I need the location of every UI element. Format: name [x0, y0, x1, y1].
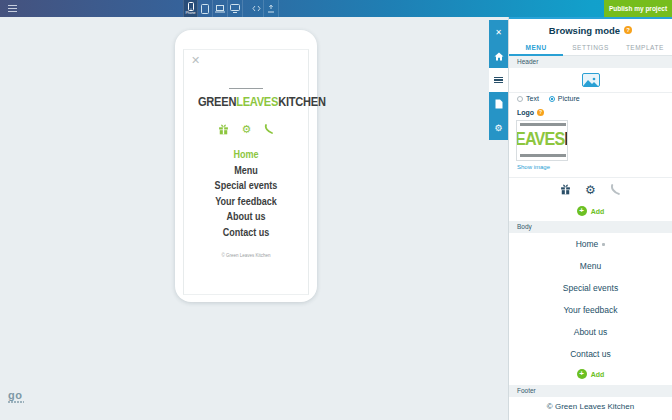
- logo-preview-bottombar: [520, 154, 566, 157]
- logo-preview-dark-text: K: [564, 128, 568, 149]
- section-body: Body: [509, 221, 672, 233]
- home-marker-icon: [602, 243, 605, 246]
- close-panel-button[interactable]: ✕: [489, 20, 508, 44]
- logo-text-post: KITCHEN: [278, 94, 325, 109]
- radio-text-circle: [517, 96, 523, 102]
- top-bar: Phone: [0, 0, 672, 17]
- logo-preview-green-text: EAVES: [516, 128, 564, 149]
- logo-text-pre: GREEN: [198, 94, 236, 109]
- body-item-menu[interactable]: Menu: [509, 255, 672, 277]
- menu-tool-button[interactable]: [489, 68, 508, 92]
- panel-header-icons: ⚙: [509, 177, 672, 201]
- phone-icon: [188, 2, 194, 11]
- gift-icon[interactable]: [560, 184, 571, 195]
- close-icon[interactable]: ✕: [190, 55, 201, 66]
- section-footer: Footer: [509, 385, 672, 397]
- phone-copyright: © Green Leaves Kitchen: [184, 253, 308, 258]
- header-icons-row: ⚙: [184, 124, 308, 135]
- tablet-icon: [201, 4, 209, 14]
- phone-handset-icon[interactable]: [610, 184, 621, 195]
- menu-list-icon: [494, 76, 503, 85]
- header-type-radio-group: Text Picture: [517, 95, 580, 102]
- body-item-contact-us[interactable]: Contact us: [509, 343, 672, 365]
- logo-text-green: LEAVES: [236, 94, 278, 109]
- preview-canvas: ✕ GREENLEAVESKITCHEN ⚙: [0, 17, 508, 420]
- publish-project-button[interactable]: Publish my project: [604, 0, 672, 17]
- gift-icon[interactable]: [218, 124, 229, 135]
- menu-item-home[interactable]: Home: [193, 147, 300, 163]
- footer-copyright[interactable]: © Green Leaves Kitchen: [509, 402, 672, 411]
- logo-preview-topbar: [520, 123, 566, 126]
- logo-divider: [229, 88, 263, 89]
- phone-menu: Home Menu Special events Your feedback A…: [184, 147, 308, 240]
- device-phone-label: Phone: [185, 12, 195, 15]
- panel-tabs: MENU SETTINGS TEMPLATE: [509, 41, 672, 56]
- radio-picture[interactable]: Picture: [549, 95, 580, 102]
- logo-image-preview[interactable]: EAVESK: [516, 120, 568, 161]
- phone-screen: ✕ GREENLEAVESKITCHEN ⚙: [183, 49, 309, 295]
- brand-logo-caption: [8, 401, 24, 403]
- app-brand-logo[interactable]: go: [8, 390, 24, 403]
- device-switcher: Phone: [183, 0, 279, 17]
- export-icon: [267, 4, 275, 13]
- logo-field-label: Logo: [517, 109, 534, 116]
- panel-title: Browsing mode: [549, 25, 620, 36]
- gear-icon[interactable]: ⚙: [242, 124, 252, 135]
- hamburger-icon[interactable]: [8, 5, 17, 12]
- menu-item-about-us[interactable]: About us: [193, 209, 300, 225]
- menu-item-menu[interactable]: Menu: [193, 163, 300, 179]
- tab-settings[interactable]: SETTINGS: [563, 41, 617, 55]
- picture-icon: [583, 76, 598, 86]
- body-item-your-feedback[interactable]: Your feedback: [509, 299, 672, 321]
- body-item-special-events[interactable]: Special events: [509, 277, 672, 299]
- add-header-icon-button[interactable]: + Add: [509, 202, 672, 220]
- close-icon: ✕: [495, 28, 502, 37]
- gear-icon: ⚙: [494, 123, 502, 133]
- editor-tool-strip: ✕ ⚙: [489, 20, 508, 140]
- body-item-home[interactable]: Home: [509, 233, 672, 255]
- help-icon[interactable]: ?: [537, 109, 544, 116]
- pages-tool-button[interactable]: [489, 92, 508, 116]
- phone-mockup: ✕ GREENLEAVESKITCHEN ⚙: [175, 30, 317, 302]
- body-items-list: Home Menu Special events Your feedback A…: [509, 233, 672, 365]
- device-desktop-button[interactable]: [228, 0, 243, 17]
- show-image-link[interactable]: Show image: [517, 164, 550, 170]
- help-icon[interactable]: ?: [624, 26, 632, 34]
- device-tablet-button[interactable]: [198, 0, 213, 17]
- settings-tool-button[interactable]: ⚙: [489, 116, 508, 140]
- page-icon: [495, 99, 503, 109]
- section-header: Header: [509, 56, 672, 68]
- desktop-icon: [230, 4, 240, 13]
- export-button[interactable]: [264, 0, 279, 17]
- device-phone-button[interactable]: Phone: [183, 0, 198, 17]
- editor-panel: Browsing mode ? MENU SETTINGS TEMPLATE H…: [508, 17, 672, 420]
- body-item-about-us[interactable]: About us: [509, 321, 672, 343]
- menu-item-special-events[interactable]: Special events: [193, 178, 300, 194]
- code-view-button[interactable]: [249, 0, 264, 17]
- radio-picture-circle: [549, 96, 555, 102]
- tab-template[interactable]: TEMPLATE: [618, 41, 672, 55]
- plus-icon: +: [577, 369, 587, 379]
- laptop-icon: [215, 5, 225, 13]
- phone-handset-icon[interactable]: [264, 124, 274, 134]
- brand-logo-text: go: [8, 390, 24, 400]
- menu-item-your-feedback[interactable]: Your feedback: [193, 194, 300, 210]
- tab-menu[interactable]: MENU: [509, 41, 563, 55]
- plus-icon: +: [577, 206, 587, 216]
- header-image-button[interactable]: [582, 73, 600, 87]
- gear-icon[interactable]: ⚙: [585, 184, 596, 196]
- add-body-item-button[interactable]: + Add: [509, 365, 672, 383]
- home-icon: [494, 52, 504, 61]
- site-logo: GREENLEAVESKITCHEN: [184, 88, 308, 110]
- home-tool-button[interactable]: [489, 44, 508, 68]
- radio-text[interactable]: Text: [517, 95, 539, 102]
- device-laptop-button[interactable]: [213, 0, 228, 17]
- menu-item-contact-us[interactable]: Contact us: [193, 225, 300, 241]
- code-icon: [252, 5, 261, 12]
